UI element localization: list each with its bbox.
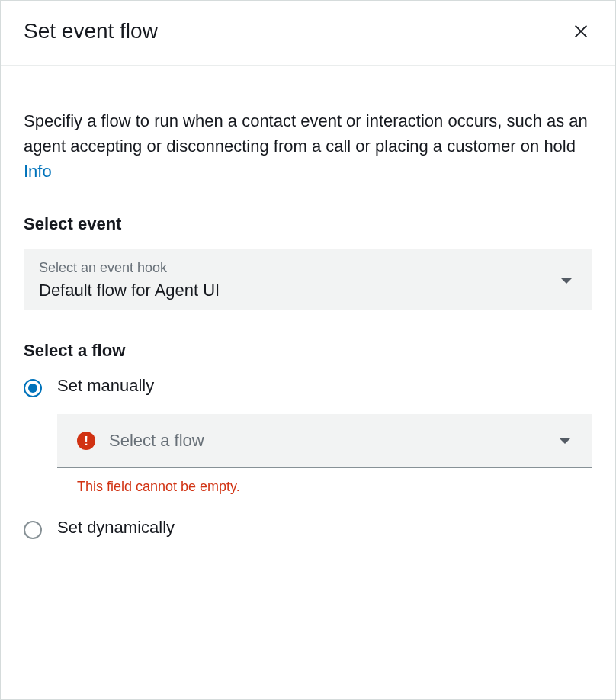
panel-description: Specifiy a flow to run when a contact ev… (24, 108, 592, 184)
flow-select[interactable]: ! Select a flow (57, 414, 592, 468)
flow-radio-group: Set manually ! Select a flow This field … (24, 376, 592, 539)
panel-header: Set event flow (1, 1, 615, 66)
event-hook-value: Default flow for Agent UI (39, 281, 220, 300)
select-event-label: Select event (24, 214, 592, 234)
radio-dynamic[interactable] (24, 521, 42, 539)
panel-content: Specifiy a flow to run when a contact ev… (1, 66, 615, 580)
radio-option-manual: Set manually ! Select a flow This field … (24, 376, 592, 495)
radio-option-dynamic: Set dynamically (24, 518, 592, 539)
event-hook-select[interactable]: Select an event hook Default flow for Ag… (24, 249, 592, 310)
chevron-down-icon (560, 278, 573, 284)
radio-manual-body: Set manually ! Select a flow This field … (57, 376, 592, 495)
radio-dot-icon (28, 384, 37, 393)
event-hook-field-label: Select an event hook (39, 260, 220, 276)
panel-title: Set event flow (24, 19, 158, 43)
chevron-down-icon (559, 438, 571, 444)
flow-select-left: ! Select a flow (77, 431, 204, 451)
info-link[interactable]: Info (24, 162, 52, 181)
select-flow-label: Select a flow (24, 341, 592, 361)
event-hook-select-inner: Select an event hook Default flow for Ag… (39, 260, 220, 300)
flow-select-error: This field cannot be empty. (77, 479, 592, 495)
set-event-flow-panel: Set event flow Specifiy a flow to run wh… (0, 0, 616, 700)
radio-manual-label[interactable]: Set manually (57, 376, 592, 396)
radio-dynamic-body: Set dynamically (57, 518, 592, 538)
flow-select-placeholder: Select a flow (109, 431, 204, 451)
description-text: Specifiy a flow to run when a contact ev… (24, 111, 588, 156)
radio-manual[interactable] (24, 379, 42, 397)
error-icon: ! (77, 432, 95, 450)
radio-dynamic-label[interactable]: Set dynamically (57, 518, 592, 538)
close-button[interactable] (569, 20, 592, 43)
close-icon (573, 23, 589, 40)
